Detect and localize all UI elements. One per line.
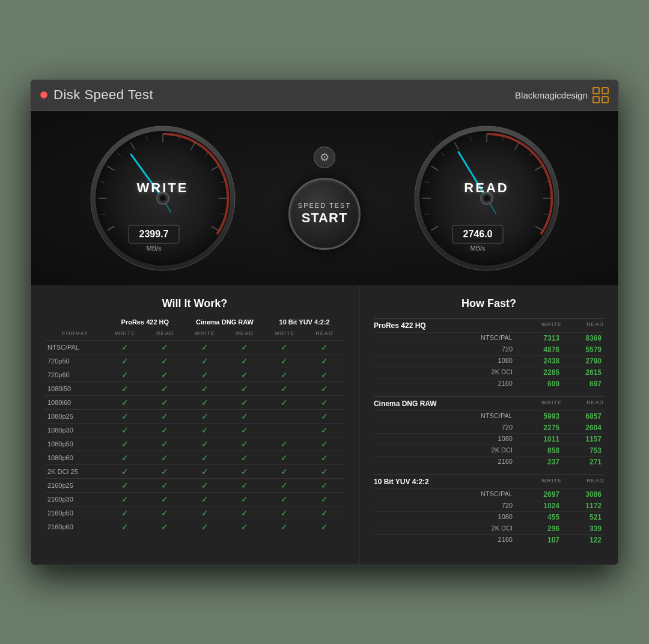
settings-button[interactable]: ⚙ xyxy=(314,147,335,168)
row-label: 2160p60 xyxy=(45,522,105,532)
check-cell: ✓ xyxy=(225,398,264,407)
check-cell: ✓ xyxy=(225,481,264,490)
check-cell: ✓ xyxy=(225,342,264,352)
right-group-title: ProRes 422 HQ xyxy=(374,321,520,330)
right-write-col-header: WRITE xyxy=(520,399,562,408)
right-write-value: 609 xyxy=(520,380,562,388)
right-read-value: 1157 xyxy=(562,435,604,443)
check-cell: ✓ xyxy=(185,467,225,476)
right-write-value: 296 xyxy=(520,524,562,533)
check-cell: ✓ xyxy=(105,398,145,407)
check-cell: ✓ xyxy=(305,384,344,393)
check-cell: ✓ xyxy=(264,384,304,393)
yuv-read-header: READ xyxy=(305,330,344,336)
check-cell: ✓ xyxy=(185,494,225,504)
check-cell: ✓ xyxy=(185,398,225,407)
check-cell: ✓ xyxy=(225,356,264,366)
right-read-value: 2615 xyxy=(562,368,604,377)
right-table-content: ProRes 422 HQWRITEREADNTSC/PAL7313836972… xyxy=(374,318,604,545)
read-gauge-label: READ xyxy=(464,180,508,196)
brand-square-3 xyxy=(593,96,600,103)
left-table-row: 1080p30✓✓✓✓✓ xyxy=(45,423,344,437)
brand-name: Blackmagicdesign xyxy=(515,90,588,100)
check-cell: ✓ xyxy=(225,439,264,449)
check-cell: ✓ xyxy=(105,467,145,476)
start-button[interactable]: SPEED TEST START xyxy=(288,178,361,250)
svg-text:2746.0: 2746.0 xyxy=(463,229,492,239)
right-row-label: 2160 xyxy=(374,380,520,388)
row-label: 720p60 xyxy=(45,370,105,380)
left-table-row: 1080i50✓✓✓✓✓✓ xyxy=(45,381,344,395)
right-write-value: 455 xyxy=(520,513,562,521)
close-button[interactable] xyxy=(40,91,47,99)
check-cell: ✓ xyxy=(264,439,304,449)
check-cell: ✓ xyxy=(145,508,184,518)
check-cell: ✓ xyxy=(145,370,184,380)
format-header-spacer xyxy=(45,318,105,328)
brand: Blackmagicdesign xyxy=(515,87,609,103)
check-cell: ✓ xyxy=(105,481,145,490)
right-row-label: 720 xyxy=(374,502,520,510)
check-cell: ✓ xyxy=(105,508,145,518)
right-read-value: 3086 xyxy=(562,490,604,499)
row-label: NTSC/PAL xyxy=(45,342,105,352)
right-row-label: NTSC/PAL xyxy=(374,412,520,421)
left-table-row: 1080p60✓✓✓✓✓✓ xyxy=(45,451,344,464)
read-gauge-svg: 2746.0 MB/s xyxy=(412,123,562,273)
right-row-label: 2K DCI xyxy=(374,524,520,533)
check-cell: ✓ xyxy=(225,467,264,476)
right-read-value: 2604 xyxy=(562,424,604,432)
check-cell: ✓ xyxy=(264,356,304,366)
left-table-rows: NTSC/PAL✓✓✓✓✓✓720p50✓✓✓✓✓✓720p60✓✓✓✓✓✓10… xyxy=(45,340,344,533)
prores-write-header: WRITE xyxy=(105,330,145,336)
check-cell: ✓ xyxy=(305,494,344,504)
row-label: 2160p30 xyxy=(45,494,105,504)
check-cell: ✓ xyxy=(305,370,344,380)
check-cell: ✓ xyxy=(264,508,304,518)
right-group-title: Cinema DNG RAW xyxy=(374,399,520,408)
row-label: 1080p50 xyxy=(45,439,105,449)
right-read-value: 753 xyxy=(562,446,604,455)
yuv-header: 10 Bit YUV 4:2:2 xyxy=(264,318,344,328)
right-read-col-header: READ xyxy=(562,478,604,486)
check-cell: ✓ xyxy=(105,494,145,504)
right-data-row: 2160237271 xyxy=(374,456,604,467)
right-row-label: 2K DCI xyxy=(374,368,520,377)
read-gauge-container: 2746.0 MB/s READ xyxy=(373,123,600,273)
prores-read-header: READ xyxy=(145,330,184,336)
right-data-row: NTSC/PAL59936857 xyxy=(374,410,604,422)
center-controls: ⚙ SPEED TEST START xyxy=(288,147,361,250)
svg-text:MB/s: MB/s xyxy=(146,245,162,252)
right-group-header: 10 Bit YUV 4:2:2WRITEREAD xyxy=(374,475,604,488)
right-read-value: 6857 xyxy=(562,412,604,421)
right-write-value: 658 xyxy=(520,446,562,455)
left-table-row: 1080i60✓✓✓✓✓✓ xyxy=(45,395,344,409)
right-data-row: NTSC/PAL73138369 xyxy=(374,332,604,344)
right-read-value: 697 xyxy=(562,380,604,388)
right-table-title: How Fast? xyxy=(374,297,604,310)
read-gauge: 2746.0 MB/s READ xyxy=(412,123,562,273)
check-cell: ✓ xyxy=(264,342,304,352)
brand-square-1 xyxy=(593,87,600,94)
right-write-value: 5993 xyxy=(520,412,562,421)
right-read-value: 122 xyxy=(562,536,604,544)
check-cell: ✓ xyxy=(105,384,145,393)
check-cell: ✓ xyxy=(145,494,184,504)
row-label: 2160p25 xyxy=(45,481,105,490)
check-cell: ✓ xyxy=(145,356,184,366)
write-gauge-label: WRITE xyxy=(137,180,189,196)
check-cell: ✓ xyxy=(185,522,225,532)
right-row-label: NTSC/PAL xyxy=(374,490,520,499)
gauges-section: 2399.7 MB/s WRITE ⚙ SPEED TEST START xyxy=(31,111,618,285)
right-group-header: ProRes 422 HQWRITEREAD xyxy=(374,318,604,332)
right-group-header: Cinema DNG RAWWRITEREAD xyxy=(374,396,604,410)
check-cell: ✓ xyxy=(185,412,225,421)
right-read-value: 8369 xyxy=(562,334,604,342)
check-cell xyxy=(264,412,304,421)
right-data-row: 72048765579 xyxy=(374,344,604,355)
check-cell: ✓ xyxy=(264,481,304,490)
right-read-value: 339 xyxy=(562,524,604,533)
right-write-value: 107 xyxy=(520,536,562,544)
right-data-row: NTSC/PAL26973086 xyxy=(374,488,604,500)
right-row-label: 2160 xyxy=(374,536,520,544)
